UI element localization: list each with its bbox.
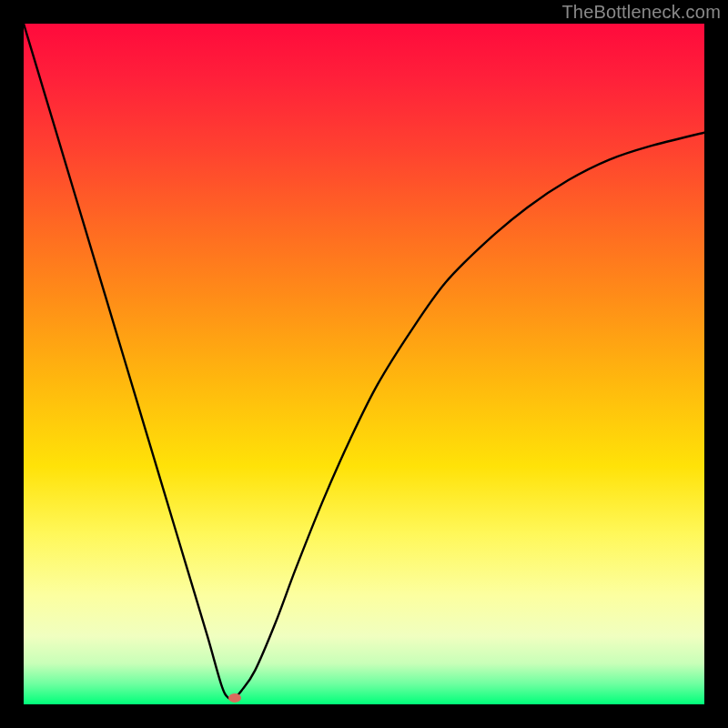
plot-area xyxy=(24,24,704,704)
watermark-text: TheBottleneck.com xyxy=(561,2,721,23)
bottleneck-curve xyxy=(24,24,704,704)
optimal-point-marker xyxy=(228,693,241,703)
chart-frame: TheBottleneck.com xyxy=(0,0,728,728)
